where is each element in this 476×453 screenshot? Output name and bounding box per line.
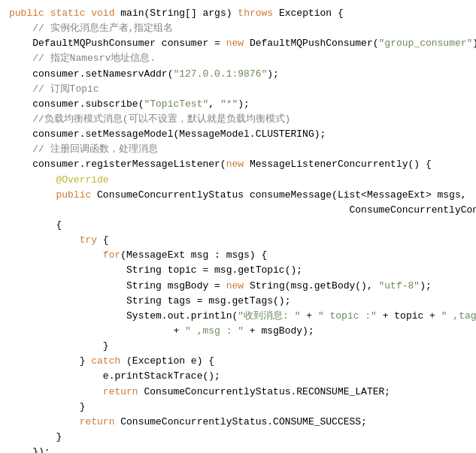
code-line-18: String topic = msg.getTopic(); [9, 263, 467, 278]
code-line-11: consumer.registerMessageListener(new Mes… [9, 157, 467, 172]
code-line-13: public ConsumeConcurrentlyStatus consume… [9, 188, 467, 203]
code-line-17: for(MessageExt msg : msgs) { [9, 248, 467, 263]
code-block: public static void main(String[] args) t… [0, 0, 476, 453]
code-line-6: // 订阅Topic [9, 82, 467, 97]
code-line-26: return ConsumeConcurrentlyStatus.RECONSU… [9, 385, 467, 400]
code-line-30: }); [9, 445, 467, 453]
code-line-23: } [9, 339, 467, 354]
code-line-2: // 实例化消息生产者,指定组名 [9, 21, 467, 36]
code-line-10: // 注册回调函数，处理消息 [9, 142, 467, 157]
code-line-28: return ConsumeConcurrentlyStatus.CONSUME… [9, 415, 467, 430]
code-line-15: { [9, 218, 467, 233]
code-line-1: public static void main(String[] args) t… [9, 6, 467, 21]
code-line-27: } [9, 400, 467, 415]
code-line-5: consumer.setNamesrvAddr("127.0.0.1:9876"… [9, 67, 467, 82]
code-line-29: } [9, 430, 467, 445]
code-line-20: String tags = msg.getTags(); [9, 294, 467, 309]
code-line-16: try { [9, 233, 467, 248]
code-line-12: @Override [9, 173, 467, 188]
code-line-8: //负载均衡模式消息(可以不设置，默认就是负载均衡模式) [9, 112, 467, 127]
code-line-24: } catch (Exception e) { [9, 354, 467, 369]
code-line-19: String msgBody = new String(msg.getBody(… [9, 279, 467, 294]
code-line-7: consumer.subscribe("TopicTest", "*"); [9, 97, 467, 112]
code-line-9: consumer.setMessageModel(MessageModel.CL… [9, 127, 467, 142]
code-line-21: System.out.println("收到消息: " + " topic :"… [9, 309, 467, 324]
code-line-22: + " ,msg : " + msgBody); [9, 324, 467, 339]
code-line-14: ConsumeConcurrentlyContext context) [9, 203, 467, 218]
code-line-25: e.printStackTrace(); [9, 369, 467, 384]
code-line-3: DefaultMQPushConsumer consumer = new Def… [9, 36, 467, 51]
code-line-4: // 指定Namesrv地址信息. [9, 51, 467, 66]
